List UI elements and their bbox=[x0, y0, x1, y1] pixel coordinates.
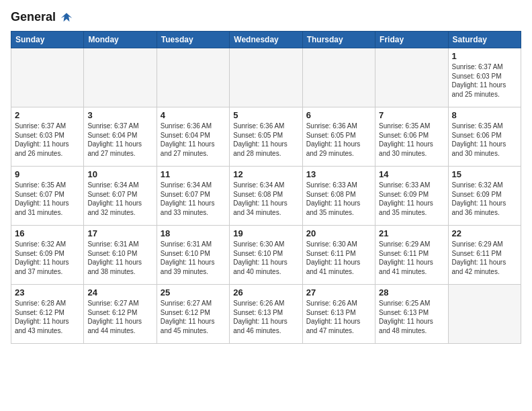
calendar-cell: 10Sunrise: 6:34 AM Sunset: 6:07 PM Dayli… bbox=[84, 167, 157, 226]
day-info: Sunrise: 6:36 AM Sunset: 6:04 PM Dayligh… bbox=[161, 122, 226, 158]
day-number: 14 bbox=[379, 169, 444, 179]
day-number: 1 bbox=[452, 51, 517, 61]
day-number: 23 bbox=[15, 287, 80, 298]
day-info: Sunrise: 6:30 AM Sunset: 6:11 PM Dayligh… bbox=[306, 240, 371, 276]
day-number: 8 bbox=[452, 110, 517, 120]
day-number: 7 bbox=[379, 110, 444, 120]
day-number: 18 bbox=[161, 228, 226, 238]
day-number: 10 bbox=[87, 169, 152, 179]
day-number: 24 bbox=[87, 287, 152, 298]
logo: General bbox=[11, 11, 74, 24]
calendar-cell bbox=[302, 48, 375, 107]
day-number: 27 bbox=[306, 287, 371, 298]
day-info: Sunrise: 6:30 AM Sunset: 6:10 PM Dayligh… bbox=[233, 240, 298, 276]
day-number: 5 bbox=[233, 110, 298, 120]
weekday-header-tuesday: Tuesday bbox=[157, 32, 229, 48]
calendar-cell: 24Sunrise: 6:27 AM Sunset: 6:12 PM Dayli… bbox=[84, 285, 157, 344]
calendar-cell: 11Sunrise: 6:34 AM Sunset: 6:07 PM Dayli… bbox=[157, 167, 229, 226]
calendar-cell: 13Sunrise: 6:33 AM Sunset: 6:08 PM Dayli… bbox=[302, 167, 375, 226]
day-info: Sunrise: 6:32 AM Sunset: 6:09 PM Dayligh… bbox=[15, 240, 80, 276]
calendar-week-3: 9Sunrise: 6:35 AM Sunset: 6:07 PM Daylig… bbox=[11, 167, 521, 226]
day-info: Sunrise: 6:27 AM Sunset: 6:12 PM Dayligh… bbox=[161, 299, 226, 335]
day-number: 9 bbox=[15, 169, 80, 179]
weekday-header-saturday: Saturday bbox=[448, 32, 521, 48]
day-number: 21 bbox=[379, 228, 444, 238]
calendar-cell bbox=[448, 285, 521, 344]
weekday-header-thursday: Thursday bbox=[302, 32, 375, 48]
calendar-cell: 17Sunrise: 6:31 AM Sunset: 6:10 PM Dayli… bbox=[84, 226, 157, 285]
day-info: Sunrise: 6:32 AM Sunset: 6:09 PM Dayligh… bbox=[452, 181, 517, 217]
day-number: 6 bbox=[306, 110, 371, 120]
day-info: Sunrise: 6:34 AM Sunset: 6:07 PM Dayligh… bbox=[87, 181, 152, 217]
day-info: Sunrise: 6:37 AM Sunset: 6:04 PM Dayligh… bbox=[87, 122, 152, 158]
day-info: Sunrise: 6:29 AM Sunset: 6:11 PM Dayligh… bbox=[379, 240, 444, 276]
day-info: Sunrise: 6:28 AM Sunset: 6:12 PM Dayligh… bbox=[15, 299, 80, 335]
day-info: Sunrise: 6:31 AM Sunset: 6:10 PM Dayligh… bbox=[161, 240, 226, 276]
logo-line1: General bbox=[11, 11, 74, 24]
calendar-table: SundayMondayTuesdayWednesdayThursdayFrid… bbox=[11, 31, 521, 344]
day-info: Sunrise: 6:37 AM Sunset: 6:03 PM Dayligh… bbox=[15, 122, 80, 158]
svg-marker-0 bbox=[61, 13, 73, 22]
calendar-cell bbox=[157, 48, 229, 107]
day-number: 12 bbox=[233, 169, 298, 179]
day-info: Sunrise: 6:37 AM Sunset: 6:03 PM Dayligh… bbox=[452, 62, 517, 99]
calendar-cell: 7Sunrise: 6:35 AM Sunset: 6:06 PM Daylig… bbox=[375, 107, 448, 167]
day-number: 4 bbox=[161, 110, 226, 120]
calendar-cell: 18Sunrise: 6:31 AM Sunset: 6:10 PM Dayli… bbox=[157, 226, 229, 285]
day-info: Sunrise: 6:29 AM Sunset: 6:11 PM Dayligh… bbox=[452, 240, 517, 276]
calendar-cell: 19Sunrise: 6:30 AM Sunset: 6:10 PM Dayli… bbox=[230, 226, 302, 285]
weekday-header-wednesday: Wednesday bbox=[230, 32, 302, 48]
day-info: Sunrise: 6:31 AM Sunset: 6:10 PM Dayligh… bbox=[87, 240, 152, 276]
calendar-cell: 25Sunrise: 6:27 AM Sunset: 6:12 PM Dayli… bbox=[157, 285, 229, 344]
day-info: Sunrise: 6:33 AM Sunset: 6:09 PM Dayligh… bbox=[379, 181, 444, 217]
logo-bird-icon bbox=[59, 12, 74, 24]
calendar-cell: 8Sunrise: 6:35 AM Sunset: 6:06 PM Daylig… bbox=[448, 107, 521, 167]
calendar-cell: 23Sunrise: 6:28 AM Sunset: 6:12 PM Dayli… bbox=[11, 285, 84, 344]
day-info: Sunrise: 6:35 AM Sunset: 6:06 PM Dayligh… bbox=[379, 122, 444, 158]
calendar-week-1: 1Sunrise: 6:37 AM Sunset: 6:03 PM Daylig… bbox=[11, 48, 521, 107]
day-info: Sunrise: 6:36 AM Sunset: 6:05 PM Dayligh… bbox=[233, 122, 298, 158]
day-info: Sunrise: 6:26 AM Sunset: 6:13 PM Dayligh… bbox=[233, 299, 298, 335]
calendar-cell: 3Sunrise: 6:37 AM Sunset: 6:04 PM Daylig… bbox=[84, 107, 157, 167]
calendar-cell: 5Sunrise: 6:36 AM Sunset: 6:05 PM Daylig… bbox=[230, 107, 302, 167]
calendar-cell bbox=[84, 48, 157, 107]
day-number: 15 bbox=[452, 169, 517, 179]
calendar-cell: 22Sunrise: 6:29 AM Sunset: 6:11 PM Dayli… bbox=[448, 226, 521, 285]
day-number: 13 bbox=[306, 169, 371, 179]
calendar-cell: 14Sunrise: 6:33 AM Sunset: 6:09 PM Dayli… bbox=[375, 167, 448, 226]
day-number: 25 bbox=[161, 287, 226, 298]
day-info: Sunrise: 6:25 AM Sunset: 6:13 PM Dayligh… bbox=[379, 299, 444, 335]
day-number: 2 bbox=[15, 110, 80, 120]
calendar-week-2: 2Sunrise: 6:37 AM Sunset: 6:03 PM Daylig… bbox=[11, 107, 521, 167]
calendar-cell: 20Sunrise: 6:30 AM Sunset: 6:11 PM Dayli… bbox=[302, 226, 375, 285]
day-info: Sunrise: 6:36 AM Sunset: 6:05 PM Dayligh… bbox=[306, 122, 371, 158]
calendar-week-4: 16Sunrise: 6:32 AM Sunset: 6:09 PM Dayli… bbox=[11, 226, 521, 285]
calendar-cell: 4Sunrise: 6:36 AM Sunset: 6:04 PM Daylig… bbox=[157, 107, 229, 167]
calendar-cell bbox=[230, 48, 302, 107]
day-number: 3 bbox=[87, 110, 152, 120]
calendar-cell: 2Sunrise: 6:37 AM Sunset: 6:03 PM Daylig… bbox=[11, 107, 84, 167]
calendar-header-row: SundayMondayTuesdayWednesdayThursdayFrid… bbox=[11, 32, 521, 48]
day-number: 20 bbox=[306, 228, 371, 238]
weekday-header-sunday: Sunday bbox=[11, 32, 84, 48]
day-info: Sunrise: 6:33 AM Sunset: 6:08 PM Dayligh… bbox=[306, 181, 371, 217]
day-info: Sunrise: 6:34 AM Sunset: 6:08 PM Dayligh… bbox=[233, 181, 298, 217]
logo-text: General bbox=[11, 11, 74, 24]
calendar-cell: 9Sunrise: 6:35 AM Sunset: 6:07 PM Daylig… bbox=[11, 167, 84, 226]
calendar-cell: 27Sunrise: 6:26 AM Sunset: 6:13 PM Dayli… bbox=[302, 285, 375, 344]
calendar-cell: 16Sunrise: 6:32 AM Sunset: 6:09 PM Dayli… bbox=[11, 226, 84, 285]
day-number: 22 bbox=[452, 228, 517, 238]
day-number: 28 bbox=[379, 287, 444, 298]
calendar-cell bbox=[375, 48, 448, 107]
weekday-header-friday: Friday bbox=[375, 32, 448, 48]
page-header: General bbox=[11, 11, 521, 24]
day-number: 19 bbox=[233, 228, 298, 238]
calendar-cell: 15Sunrise: 6:32 AM Sunset: 6:09 PM Dayli… bbox=[448, 167, 521, 226]
day-number: 16 bbox=[15, 228, 80, 238]
calendar-cell: 21Sunrise: 6:29 AM Sunset: 6:11 PM Dayli… bbox=[375, 226, 448, 285]
day-info: Sunrise: 6:27 AM Sunset: 6:12 PM Dayligh… bbox=[87, 299, 152, 335]
day-info: Sunrise: 6:26 AM Sunset: 6:13 PM Dayligh… bbox=[306, 299, 371, 335]
day-info: Sunrise: 6:34 AM Sunset: 6:07 PM Dayligh… bbox=[161, 181, 226, 217]
day-info: Sunrise: 6:35 AM Sunset: 6:06 PM Dayligh… bbox=[452, 122, 517, 158]
calendar-cell: 6Sunrise: 6:36 AM Sunset: 6:05 PM Daylig… bbox=[302, 107, 375, 167]
